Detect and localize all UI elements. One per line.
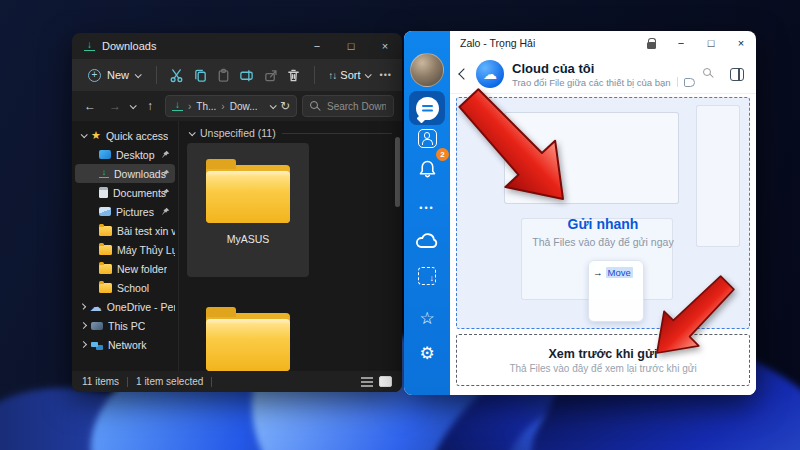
refresh-button[interactable]: ↻: [280, 99, 290, 113]
preview-before-send-dropzone[interactable]: Xem trước khi gửi Thả Files vào đây để x…: [456, 334, 750, 386]
folder-tile[interactable]: [187, 291, 309, 371]
explorer-status-bar: 11 items 1 item selected: [72, 371, 402, 392]
preview-subtitle: Thả Files vào đây để xem lại trước khi g…: [509, 363, 696, 374]
rail-item-messages[interactable]: [409, 91, 445, 125]
search-input[interactable]: [327, 101, 386, 112]
close-button[interactable]: ×: [726, 31, 756, 55]
new-button[interactable]: + New: [82, 65, 146, 86]
folder-icon: [99, 245, 112, 255]
paste-button[interactable]: [214, 63, 233, 87]
sidebar-item-pictures[interactable]: Pictures: [75, 202, 175, 221]
sidebar-item-folder[interactable]: Bài test xin việc: [75, 221, 175, 240]
faded-screenshot-ghost: [504, 112, 679, 204]
conversation-tag-icon[interactable]: [684, 78, 695, 87]
drag-ghost: → Move: [588, 260, 644, 322]
rail-item-notifications[interactable]: 2: [409, 151, 445, 185]
breadcrumb[interactable]: ↓ › Th... › Dow... ↻: [165, 95, 297, 117]
sidebar-label: Pictures: [116, 206, 154, 218]
sort-button[interactable]: ↑↓ Sort: [324, 67, 373, 83]
group-header[interactable]: Unspecified (11): [189, 127, 392, 139]
cloud-title: Cloud của tôi: [512, 61, 695, 76]
search-icon[interactable]: [703, 68, 716, 81]
downloads-icon: ↓: [99, 169, 109, 178]
toggle-sidebar-icon[interactable]: [730, 68, 744, 81]
sidebar-item-folder[interactable]: New folder: [75, 259, 175, 278]
close-button[interactable]: ×: [368, 33, 402, 59]
back-button[interactable]: [458, 68, 469, 79]
cloud-header: ☁ Cloud của tôi Trao đổi File giữa các t…: [450, 55, 756, 94]
details-view-button[interactable]: [361, 377, 373, 387]
rail-item-cloud[interactable]: [409, 223, 445, 257]
chevron-right-icon[interactable]: [80, 303, 86, 309]
maximize-button[interactable]: □: [696, 31, 726, 55]
copy-button[interactable]: [190, 63, 209, 87]
recent-locations-chevron[interactable]: [130, 102, 137, 109]
explorer-sidebar: ★ Quick access Desktop ↓ Downloads Docum…: [72, 121, 178, 371]
toolbar-divider: [314, 66, 315, 84]
sidebar-item-this-pc[interactable]: This PC: [75, 316, 175, 335]
minimize-button[interactable]: −: [300, 33, 334, 59]
sidebar-item-onedrive[interactable]: ☁ OneDrive - Personal: [75, 297, 175, 316]
maximize-button[interactable]: □: [334, 33, 368, 59]
forward-button[interactable]: →: [105, 99, 125, 113]
rail-item-more[interactable]: •••: [409, 194, 445, 222]
zalo-titlebar[interactable]: Zalo - Trọng Hải − □ ×: [450, 31, 756, 55]
pin-icon: [161, 150, 170, 159]
folder-icon: [206, 159, 290, 223]
chat-bubble-icon: [416, 97, 439, 120]
see-more-button[interactable]: •••: [380, 70, 392, 80]
up-button[interactable]: ↑: [140, 99, 160, 113]
breadcrumb-current[interactable]: Dow...: [230, 101, 258, 112]
sidebar-item-desktop[interactable]: Desktop: [75, 145, 175, 164]
move-arrow-icon: →: [593, 267, 603, 278]
chevron-down-icon[interactable]: [81, 131, 88, 138]
scissors-icon: [169, 68, 184, 83]
chevron-right-icon[interactable]: [80, 322, 87, 329]
delete-button[interactable]: [284, 63, 303, 87]
sidebar-label: Quick access: [106, 130, 168, 142]
rail-item-favorites[interactable]: ☆: [409, 301, 445, 335]
folder-tile-myasus[interactable]: MyASUS: [187, 143, 309, 277]
chevron-down-icon[interactable]: [189, 129, 196, 136]
breadcrumb-root[interactable]: Th...: [196, 101, 216, 112]
address-dropdown-chevron[interactable]: [270, 102, 277, 109]
sidebar-label: Máy Thủy Lực: [117, 244, 175, 256]
explorer-titlebar[interactable]: ↓ Downloads − □ ×: [72, 33, 402, 59]
desktop: ↓ Downloads − □ × + New: [0, 0, 800, 450]
file-explorer-window: ↓ Downloads − □ × + New: [72, 33, 402, 392]
sidebar-label: Desktop: [116, 149, 155, 161]
more-dots-icon: •••: [419, 203, 434, 213]
scrollbar-thumb[interactable]: [395, 137, 400, 207]
rail-item-screen-capture[interactable]: ↓: [409, 259, 445, 293]
back-button[interactable]: ←: [80, 99, 100, 113]
rename-button[interactable]: [237, 63, 256, 87]
quick-access-star-icon: ★: [91, 130, 101, 141]
folder-icon: [99, 226, 112, 236]
sidebar-item-quick-access[interactable]: ★ Quick access: [75, 126, 175, 145]
cut-button[interactable]: [167, 63, 186, 87]
minimize-button[interactable]: −: [666, 31, 696, 55]
sidebar-item-network[interactable]: Network: [75, 335, 175, 354]
explorer-command-bar: + New ↑↓: [72, 59, 402, 91]
sidebar-label: Network: [108, 339, 147, 351]
pin-icon: [161, 169, 170, 178]
sidebar-item-documents[interactable]: Documents: [75, 183, 175, 202]
cloud-icon: [415, 231, 439, 250]
rail-item-settings[interactable]: ⚙: [409, 336, 445, 370]
explorer-file-list[interactable]: Unspecified (11) MyASUS: [178, 121, 402, 371]
share-button[interactable]: [261, 63, 280, 87]
lock-button[interactable]: [636, 31, 666, 55]
sidebar-item-downloads[interactable]: ↓ Downloads: [75, 164, 175, 183]
chevron-right-icon[interactable]: [80, 341, 87, 348]
sidebar-item-folder[interactable]: Máy Thủy Lực: [75, 240, 175, 259]
share-icon: [263, 68, 278, 83]
sidebar-label: This PC: [108, 320, 145, 332]
network-icon: [91, 342, 98, 347]
sidebar-item-folder[interactable]: School: [75, 278, 175, 297]
cloud-subtitle: Trao đổi File giữa các thiết bị của bạn: [512, 77, 671, 88]
user-avatar[interactable]: [410, 53, 444, 87]
quick-send-dropzone[interactable]: Gửi nhanh Thả Files vào đây để gửi ngay …: [456, 97, 750, 329]
sidebar-label: Downloads: [114, 168, 166, 180]
large-icons-view-button[interactable]: [379, 376, 392, 387]
gear-icon: ⚙: [419, 345, 434, 362]
